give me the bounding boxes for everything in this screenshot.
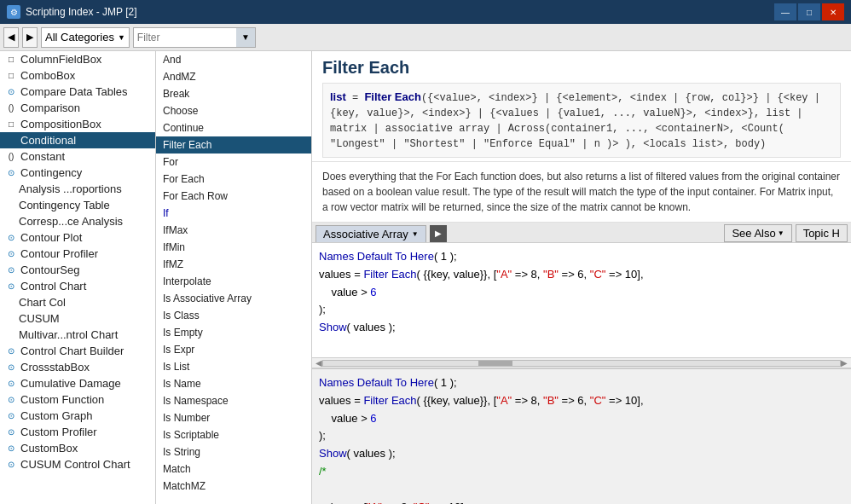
mid-item-and[interactable]: And (156, 51, 311, 68)
code-line-3: value > 6 (319, 284, 844, 302)
mid-item-is-associative-array[interactable]: Is Associative Array (156, 290, 311, 307)
sidebar-item-contingency[interactable]: ⊙ Contingency (0, 165, 155, 181)
contingency-icon: ⊙ (5, 167, 17, 179)
sidebar-item-customgraph[interactable]: ⊙ Custom Graph (0, 408, 155, 424)
sidebar-item-cusum[interactable]: CUSUM (0, 310, 155, 327)
export-button[interactable]: ▶ (430, 225, 447, 242)
sidebar-item-contingencytable[interactable]: Contingency Table (0, 197, 155, 213)
mid-item-is-number[interactable]: Is Number (156, 409, 311, 426)
controlchartbuilder-icon: ⊙ (5, 345, 17, 357)
close-button[interactable]: ✕ (822, 3, 844, 20)
left-panel: □ ColumnFieldBox □ ComboBox ⊙ Compare Da… (0, 51, 156, 504)
sidebar-item-comparedatatables[interactable]: ⊙ Compare Data Tables (0, 84, 155, 100)
sidebar-item-comparison[interactable]: () Comparison (0, 100, 155, 116)
code-block-2[interactable]: Names Default To Here( 1 ); values = Fil… (312, 368, 851, 504)
sidebar-item-constant[interactable]: () Constant (0, 148, 155, 165)
sidebar-item-crossstabbox[interactable]: ⊙ CrossstabBox (0, 359, 155, 375)
mid-item-for-each[interactable]: For Each (156, 171, 311, 188)
scroll-right-arrow[interactable]: ▶ (841, 358, 848, 368)
code-line-s3: value > 6 (319, 410, 844, 428)
mid-item-matchmz[interactable]: MatchMZ (156, 478, 311, 495)
page-title: Filter Each (322, 58, 841, 78)
code-line-5: Show( values ); (319, 319, 844, 337)
app-icon: ⚙ (7, 5, 20, 19)
mid-item-is-string[interactable]: Is String (156, 443, 311, 461)
custombox-icon: ⊙ (5, 443, 17, 455)
sidebar-item-contourprofiler[interactable]: ⊙ Contour Profiler (0, 246, 155, 262)
contourplot-icon: ⊙ (5, 232, 17, 244)
sidebar-item-cusumcontrolchart[interactable]: ⊙ CUSUM Control Chart (0, 456, 155, 472)
contourseg-icon: ⊙ (5, 264, 17, 276)
mid-item-match[interactable]: Match (156, 461, 311, 478)
customgraph-icon: ⊙ (5, 410, 17, 422)
code-line-2: values = Filter Each( {{key, value}}, ["… (319, 266, 844, 284)
scroll-thumb-1[interactable] (478, 361, 512, 366)
sidebar-item-contourplot[interactable]: ⊙ Contour Plot (0, 229, 155, 246)
sidebar-item-custombox[interactable]: ⊙ CustomBox (0, 440, 155, 456)
code-tab-associative-array[interactable]: Associative Array ▼ (316, 225, 426, 242)
mid-item-ifmax[interactable]: IfMax (156, 222, 311, 239)
constant-icon: () (5, 151, 17, 163)
mid-item-ifmin[interactable]: IfMin (156, 239, 311, 256)
sidebar-item-conditional[interactable]: Conditional (0, 132, 155, 148)
sidebar-item-contourseg[interactable]: ⊙ ContourSeg (0, 262, 155, 278)
sidebar-item-correspceanalysis[interactable]: Corresp...ce Analysis (0, 213, 155, 229)
mid-item-is-name[interactable]: Is Name (156, 375, 311, 392)
category-label: All Categories (45, 31, 114, 43)
sidebar-item-analysisroportions[interactable]: Analysis ...roportions (0, 181, 155, 197)
sidebar-item-columnfieldbox[interactable]: □ ColumnFieldBox (0, 51, 155, 67)
title-bar-buttons: — □ ✕ (774, 3, 844, 20)
sidebar-item-combobox[interactable]: □ ComboBox (0, 67, 155, 84)
code-block-1[interactable]: Names Default To Here( 1 ); values = Fil… (312, 243, 851, 357)
conditional-icon (5, 135, 17, 147)
export-icon: ▶ (435, 229, 442, 238)
tab-label: Associative Array (323, 228, 408, 240)
mid-item-is-class[interactable]: Is Class (156, 307, 311, 324)
minimize-button[interactable]: — (774, 3, 796, 20)
code-line-s8: values = ["A" => 8, "C" => 10]; (319, 499, 844, 504)
mid-item-continue[interactable]: Continue (156, 119, 311, 136)
sidebar-item-controlchart[interactable]: ⊙ Control Chart (0, 278, 155, 294)
mid-item-interpolate[interactable]: Interpolate (156, 273, 311, 290)
mid-item-break[interactable]: Break (156, 85, 311, 102)
customprofiler-icon: ⊙ (5, 426, 17, 438)
category-dropdown[interactable]: All Categories ▼ (41, 27, 130, 48)
mid-item-ifmz[interactable]: IfMZ (156, 256, 311, 273)
sidebar-item-controlchartbuilder[interactable]: ⊙ Control Chart Builder (0, 343, 155, 359)
main-content: □ ColumnFieldBox □ ComboBox ⊙ Compare Da… (0, 51, 851, 504)
mid-item-is-list[interactable]: Is List (156, 358, 311, 375)
mid-item-is-scriptable[interactable]: Is Scriptable (156, 426, 311, 443)
content-description: Does everything that the For Each functi… (312, 162, 851, 223)
back-button[interactable]: ◀ (3, 27, 19, 48)
sidebar-item-compositionbox[interactable]: □ CompositionBox (0, 116, 155, 132)
sidebar-item-chartcol[interactable]: Chart Col (0, 294, 155, 310)
code-line-s5: Show( values ); (319, 445, 844, 463)
search-input[interactable] (134, 28, 236, 47)
search-button[interactable]: ▼ (236, 28, 255, 47)
sidebar-item-customprofiler[interactable]: ⊙ Custom Profiler (0, 424, 155, 440)
mid-item-filter-each[interactable]: Filter Each (156, 136, 311, 154)
forward-button[interactable]: ▶ (22, 27, 38, 48)
mid-item-choose[interactable]: Choose (156, 102, 311, 119)
mid-item-andmz[interactable]: AndMZ (156, 68, 311, 85)
maximize-button[interactable]: □ (798, 3, 820, 20)
see-also-button[interactable]: See Also ▼ (724, 224, 791, 242)
code-line-s7 (319, 481, 844, 499)
mid-item-is-namespace[interactable]: Is Namespace (156, 392, 311, 409)
sidebar-item-customfunction[interactable]: ⊙ Custom Function (0, 391, 155, 408)
mid-item-is-empty[interactable]: Is Empty (156, 324, 311, 341)
search-box[interactable]: ▼ (133, 27, 256, 48)
scroll-track-1[interactable] (322, 360, 841, 367)
controlchart-icon: ⊙ (5, 281, 17, 293)
topic-help-button[interactable]: Topic H (796, 224, 848, 242)
sidebar-item-cumulativedamage[interactable]: ⊙ Cumulative Damage (0, 375, 155, 391)
mid-item-is-expr[interactable]: Is Expr (156, 341, 311, 358)
horizontal-scrollbar-1[interactable]: ◀ ▶ (312, 357, 851, 368)
mid-item-for-each-row[interactable]: For Each Row (156, 188, 311, 205)
mid-item-for[interactable]: For (156, 154, 311, 171)
tab-dropdown-arrow: ▼ (412, 230, 419, 238)
sidebar-item-multivarntrolchart[interactable]: Multivar...ntrol Chart (0, 327, 155, 343)
customfunction-icon: ⊙ (5, 394, 17, 406)
scroll-left-arrow[interactable]: ◀ (316, 358, 322, 368)
mid-item-if[interactable]: If (156, 205, 311, 222)
